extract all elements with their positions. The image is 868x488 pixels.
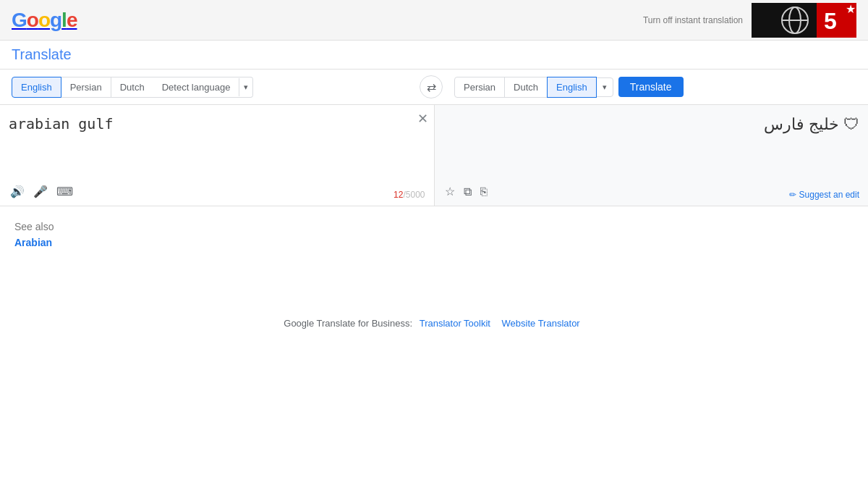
keyboard-btn[interactable]: ⌨ — [55, 183, 75, 200]
shield-icon: 🛡 — [843, 115, 859, 133]
google-logo: Google — [12, 9, 77, 32]
input-panel: ✕ 🔊 🎤 ⌨ 12/5000 — [0, 105, 435, 206]
target-lang-english[interactable]: English — [547, 77, 597, 98]
target-lang-panel: Persian Dutch English ▾ Translate — [448, 77, 856, 98]
suggest-edit-icon: ✏ — [789, 190, 796, 200]
suggest-edit-label: Suggest an edit — [799, 190, 859, 200]
svg-text:5: 5 — [824, 8, 837, 34]
target-lang-dutch[interactable]: Dutch — [504, 77, 548, 98]
swap-icon: ⇄ — [427, 80, 436, 94]
char-count: 12/5000 — [393, 190, 425, 200]
suggest-edit-btn[interactable]: ✏ Suggest an edit — [789, 190, 859, 200]
footer-link-website[interactable]: Website Translator — [502, 318, 580, 329]
header-right: Turn off instant translation 5 ★ — [643, 3, 856, 38]
source-lang-english[interactable]: English — [12, 77, 61, 98]
output-text: 🛡 خليج فارس — [443, 114, 860, 136]
swap-languages-btn[interactable]: ⇄ — [420, 75, 443, 98]
output-actions: ☆ ⧉ ⎘ — [443, 183, 489, 200]
copy-btn[interactable]: ⧉ — [462, 184, 473, 200]
char-current: 12 — [393, 190, 403, 200]
page-title: Translate — [12, 46, 72, 62]
source-lang-panel: English Persian Dutch Detect language ▾ — [12, 77, 414, 98]
target-lang-dropdown-btn[interactable]: ▾ — [596, 77, 613, 97]
footer: Google Translate for Business: Translato… — [0, 306, 868, 340]
source-lang-dutch[interactable]: Dutch — [111, 77, 154, 98]
target-lang-persian[interactable]: Persian — [454, 77, 505, 98]
see-also-title: See also — [14, 221, 854, 232]
sub-header: Translate — [0, 41, 868, 70]
see-also-section: See also Arabian — [0, 206, 868, 263]
target-lang-group: Persian Dutch English ▾ — [454, 77, 613, 98]
translated-text: خليج فارس — [764, 115, 839, 133]
star-btn[interactable]: ☆ — [443, 183, 456, 200]
share-btn[interactable]: ⎘ — [479, 184, 489, 200]
see-also-bold: Arabian — [14, 237, 52, 248]
svg-text:★: ★ — [846, 3, 856, 15]
source-lang-persian[interactable]: Persian — [61, 77, 111, 98]
footer-label: Google Translate for Business: — [284, 318, 412, 329]
input-tools: 🔊 🎤 ⌨ — [9, 183, 75, 200]
google-logo-link[interactable]: Google — [12, 9, 77, 32]
clear-input-btn[interactable]: ✕ — [417, 111, 428, 127]
footer-link-toolkit[interactable]: Translator Toolkit — [420, 318, 490, 329]
header: Google Turn off instant translation 5 ★ — [0, 0, 868, 41]
brand-logo: 5 ★ — [752, 3, 856, 38]
mic-btn[interactable]: 🎤 — [32, 183, 49, 200]
source-lang-dropdown-btn[interactable]: ▾ — [239, 78, 252, 96]
brand-svg: 5 ★ — [752, 3, 856, 38]
detect-language-btn[interactable]: Detect language — [153, 77, 239, 97]
detect-language-wrapper: Detect language ▾ — [153, 77, 254, 98]
output-panel: 🛡 خليج فارس ☆ ⧉ ⎘ ✏ Suggest an edit — [435, 105, 869, 206]
see-also-link[interactable]: Arabian — [14, 237, 52, 248]
translation-area: ✕ 🔊 🎤 ⌨ 12/5000 🛡 خليج فارس ☆ ⧉ ⎘ ✏ Sugg… — [0, 105, 868, 206]
toolbar: English Persian Dutch Detect language ▾ … — [0, 70, 868, 105]
turn-off-text: Turn off instant translation — [643, 15, 743, 25]
listen-btn[interactable]: 🔊 — [9, 183, 26, 200]
char-max: 5000 — [406, 190, 425, 200]
translate-btn[interactable]: Translate — [618, 77, 684, 97]
